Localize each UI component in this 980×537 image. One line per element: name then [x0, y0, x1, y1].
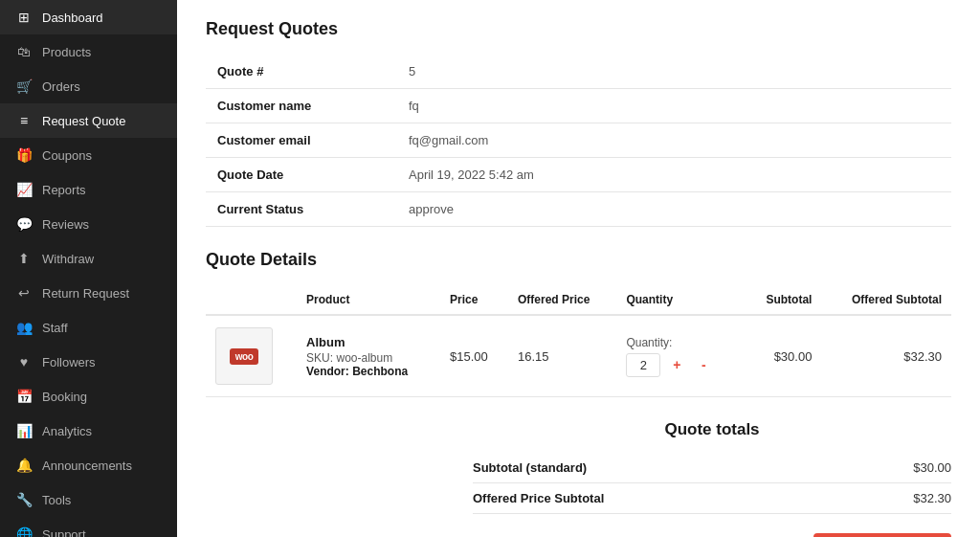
table-row: Quote Date April 19, 2022 5:42 am	[206, 158, 951, 192]
sidebar-item-coupons[interactable]: 🎁 Coupons	[0, 138, 177, 172]
sidebar-item-orders[interactable]: 🛒 Orders	[0, 69, 177, 103]
sidebar-item-label: Reviews	[42, 217, 89, 232]
staff-icon: 👥	[15, 319, 33, 336]
sidebar-item-label: Staff	[42, 321, 68, 335]
sidebar-item-label: Coupons	[42, 148, 92, 163]
sidebar-item-label: Reports	[42, 183, 86, 197]
orders-icon: 🛒	[15, 78, 33, 95]
convert-to-order-button[interactable]: Convert to Order	[813, 533, 951, 537]
col-header-offered-price: Offered Price	[508, 285, 616, 315]
sidebar-item-support[interactable]: 🌐 Support	[0, 517, 177, 537]
sidebar-item-label: Followers	[42, 355, 96, 369]
sidebar-item-label: Booking	[42, 390, 87, 404]
table-row: Customer name fq	[206, 89, 951, 123]
return-request-icon: ↩	[15, 284, 33, 302]
product-thumbnail: woo	[215, 327, 273, 385]
quote-details-table: Product Price Offered Price Quantity Sub…	[206, 285, 951, 397]
quote-totals-title: Quote totals	[473, 420, 951, 439]
sidebar-item-return-request[interactable]: ↩ Return Request	[0, 276, 177, 310]
product-offered-price: 16.15	[508, 315, 616, 397]
quantity-control: 2 + -	[626, 353, 734, 377]
sidebar-item-label: Request Quote	[42, 114, 125, 128]
product-info: Album SKU: woo-album Vendor: Bechbona	[306, 335, 431, 378]
info-value: fq	[397, 89, 951, 123]
coupons-icon: 🎁	[15, 146, 33, 164]
sidebar-item-reviews[interactable]: 💬 Reviews	[0, 207, 177, 241]
product-thumbnail-cell: woo	[206, 315, 297, 397]
product-price: $15.00	[440, 315, 508, 397]
totals-row: Offered Price Subtotal $32.30	[473, 483, 951, 514]
totals-value: $30.00	[913, 460, 951, 475]
col-header-offered-subtotal: Offered Subtotal	[821, 285, 951, 315]
info-label: Quote #	[206, 55, 397, 89]
reports-icon: 📈	[15, 181, 33, 198]
sidebar-item-withdraw[interactable]: ⬆ Withdraw	[0, 241, 177, 276]
table-row: Customer email fq@gmail.com	[206, 123, 951, 158]
col-header-price: Price	[440, 285, 508, 315]
product-quantity-cell: Quantity: 2 + -	[616, 315, 744, 397]
sidebar-item-analytics[interactable]: 📊 Analytics	[0, 414, 177, 448]
sidebar-item-request-quote[interactable]: ≡ Request Quote	[0, 103, 177, 138]
sidebar-item-reports[interactable]: 📈 Reports	[0, 172, 177, 207]
reviews-icon: 💬	[15, 215, 33, 233]
sidebar: ⊞ Dashboard 🛍 Products 🛒 Orders ≡ Reques…	[0, 0, 177, 537]
totals-value: $32.30	[913, 491, 951, 505]
sidebar-item-label: Orders	[42, 79, 80, 94]
products-icon: 🛍	[15, 43, 33, 60]
table-row: Current Status approve	[206, 192, 951, 227]
table-row: Quote # 5	[206, 55, 951, 89]
sidebar-item-label: Withdraw	[42, 252, 94, 266]
quote-details-title: Quote Details	[206, 250, 951, 270]
sidebar-item-label: Dashboard	[42, 11, 103, 25]
tools-icon: 🔧	[15, 491, 33, 508]
sidebar-item-announcements[interactable]: 🔔 Announcements	[0, 448, 177, 482]
product-offered-subtotal: $32.30	[821, 315, 951, 397]
main-content: Request Quotes Quote # 5 Customer name f…	[177, 0, 980, 537]
sidebar-item-label: Announcements	[42, 459, 132, 473]
info-value: April 19, 2022 5:42 am	[397, 158, 951, 192]
followers-icon: ♥	[15, 353, 33, 370]
product-subtotal: $30.00	[745, 315, 822, 397]
totals-row: Subtotal (standard) $30.00	[473, 453, 951, 483]
quantity-decrease-button[interactable]: -	[693, 354, 714, 375]
sidebar-item-label: Products	[42, 45, 91, 59]
footer-action: ➔ Convert to Order	[206, 533, 951, 537]
withdraw-icon: ⬆	[15, 250, 33, 267]
quantity-label: Quantity:	[626, 336, 734, 349]
info-value: approve	[397, 192, 951, 227]
woo-logo: woo	[230, 348, 259, 365]
col-header-subtotal: Subtotal	[745, 285, 822, 315]
totals-label: Offered Price Subtotal	[473, 491, 604, 505]
sidebar-item-label: Tools	[42, 493, 71, 507]
dashboard-icon: ⊞	[15, 9, 33, 26]
sidebar-item-label: Return Request	[42, 286, 129, 301]
col-header-quantity: Quantity	[616, 285, 744, 315]
vendor-name: Bechbona	[352, 365, 408, 378]
booking-icon: 📅	[15, 388, 33, 405]
sidebar-item-followers[interactable]: ♥ Followers	[0, 345, 177, 379]
support-icon: 🌐	[15, 526, 33, 537]
product-row: woo Album SKU: woo-album Vendor: Bechbon…	[206, 315, 951, 397]
request-quote-icon: ≡	[15, 112, 33, 129]
info-value: 5	[397, 55, 951, 89]
sidebar-item-products[interactable]: 🛍 Products	[0, 34, 177, 69]
info-table: Quote # 5 Customer name fq Customer emai…	[206, 55, 951, 227]
page-title: Request Quotes	[206, 19, 951, 39]
info-label: Current Status	[206, 192, 397, 227]
sidebar-item-label: Support	[42, 527, 86, 538]
sidebar-item-label: Analytics	[42, 424, 92, 438]
sidebar-item-tools[interactable]: 🔧 Tools	[0, 482, 177, 517]
announcements-icon: 🔔	[15, 457, 33, 474]
sidebar-item-staff[interactable]: 👥 Staff	[0, 310, 177, 345]
product-info-cell: Album SKU: woo-album Vendor: Bechbona	[297, 315, 440, 397]
sidebar-item-dashboard[interactable]: ⊞ Dashboard	[0, 0, 177, 34]
col-header-product-name: Product	[297, 285, 440, 315]
product-sku: SKU: woo-album	[306, 351, 431, 365]
sidebar-item-booking[interactable]: 📅 Booking	[0, 379, 177, 414]
product-vendor: Vendor: Bechbona	[306, 365, 431, 378]
quote-totals: Quote totals Subtotal (standard) $30.00 …	[473, 420, 951, 514]
analytics-icon: 📊	[15, 422, 33, 439]
quantity-increase-button[interactable]: +	[666, 354, 687, 375]
col-header-product	[206, 285, 297, 315]
info-label: Customer name	[206, 89, 397, 123]
